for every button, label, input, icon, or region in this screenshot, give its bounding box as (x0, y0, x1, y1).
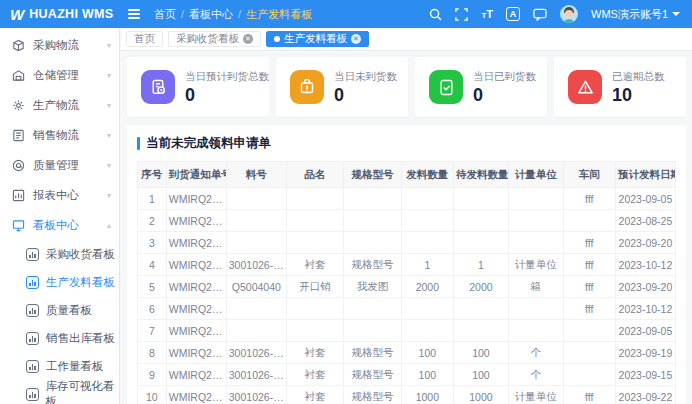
sidebar-item-inventory-visual-board[interactable]: 库存可视化看板 (0, 380, 119, 404)
board-icon (26, 304, 39, 317)
section-title: 当前未完成领料申请单 (137, 135, 676, 152)
table-cell: 衬套 (286, 386, 343, 404)
sidebar-item-sales-outbound-board[interactable]: 销售出库看板 (0, 324, 119, 352)
stat-label: 当日未到货数 (334, 70, 397, 84)
sidebar-item-label: 采购物流 (33, 38, 79, 53)
table-cell: 3 (138, 232, 167, 254)
table-cell: 2023-10-12 (615, 298, 675, 320)
stat-label: 当日预计到货总数 (185, 70, 269, 84)
table-cell (226, 188, 286, 210)
table-cell (563, 364, 615, 386)
breadcrumb-home[interactable]: 首页 (154, 7, 176, 22)
table-header-cell: 发料数量 (401, 162, 453, 188)
board-icon (26, 248, 39, 261)
table-cell (286, 298, 343, 320)
sidebar-item-production-logistics[interactable]: 生产物流 ▾ (0, 90, 119, 120)
sidebar-item-report-center[interactable]: 报表中心 ▾ (0, 180, 119, 210)
table-cell: fff (563, 188, 615, 210)
message-icon[interactable] (533, 8, 547, 21)
app-logo: W HUAZHI WMS (0, 0, 120, 28)
sidebar-item-label: 看板中心 (33, 218, 79, 233)
font-size-icon[interactable]: TT (481, 8, 493, 20)
board-icon (26, 332, 39, 345)
table-row: 1WMIRQ2309...fff2023-09-05 (138, 188, 676, 210)
menu-collapse-icon[interactable] (128, 9, 140, 19)
tab-home[interactable]: 首页 (126, 31, 163, 47)
table-cell: 7 (138, 320, 167, 342)
table-cell: 2000 (453, 276, 508, 298)
stat-value: 0 (473, 85, 536, 105)
sidebar-item-purchase-receiving-board[interactable]: 采购收货看板 (0, 240, 119, 268)
table-cell: WMIRQ2310... (166, 298, 226, 320)
warehouse-management-icon (12, 69, 25, 82)
stat-card-overdue: 已逾期总数 10 (554, 57, 686, 117)
sidebar-item-dashboard-center[interactable]: 看板中心 ▴ (0, 210, 119, 240)
table-cell: fff (563, 276, 615, 298)
table-cell: fff (563, 232, 615, 254)
tab-label: 采购收货看板 (176, 32, 239, 46)
user-avatar[interactable] (560, 5, 578, 23)
chevron-down-icon: ▾ (107, 41, 111, 50)
chevron-down-icon (672, 12, 680, 16)
sidebar-item-purchase-logistics[interactable]: 采购物流 ▾ (0, 30, 119, 60)
language-icon[interactable]: A (506, 7, 520, 21)
table-cell: 规格型号 (344, 364, 401, 386)
sidebar-item-quality-board[interactable]: 质量看板 (0, 296, 119, 324)
sidebar-item-workload-board[interactable]: 工作量看板 (0, 352, 119, 380)
table-cell: 5 (138, 276, 167, 298)
table-cell (453, 210, 508, 232)
sidebar-item-label: 生产物流 (33, 98, 79, 113)
table-header-cell: 序号 (138, 162, 167, 188)
sidebar-subitem-label: 工作量看板 (46, 359, 104, 374)
table-header-row: 序号到货通知单号料号品名规格型号发料数量待发料数量计量单位车间预计发料日期 (138, 162, 676, 188)
table-cell: 开口销 (286, 276, 343, 298)
logo-icon: W (10, 6, 23, 23)
table-cell: WMIRQ2309... (166, 188, 226, 210)
table-cell: 3001026-Q3... (226, 342, 286, 364)
table-cell (453, 320, 508, 342)
fullscreen-icon[interactable] (455, 8, 468, 21)
breadcrumb-board-center[interactable]: 看板中心 (189, 7, 233, 22)
chevron-down-icon: ▾ (107, 71, 111, 80)
table-cell: 2 (138, 210, 167, 232)
active-dot-icon (274, 36, 280, 42)
dashboard-center-icon (12, 219, 25, 232)
table-cell: 2023-09-20 (615, 276, 675, 298)
sidebar-item-quality-management[interactable]: 质量管理 ▾ (0, 150, 119, 180)
table-cell: 箱 (508, 276, 563, 298)
table-cell: 计量单位 (508, 254, 563, 276)
table-cell: 3001026-Q3... (226, 254, 286, 276)
table-header-cell: 到货通知单号 (166, 162, 226, 188)
table-row: 9WMIRQ2309...3001026-Q3...衬套规格型号100100个2… (138, 364, 676, 386)
sidebar-item-warehouse-management[interactable]: 仓储管理 ▾ (0, 60, 119, 90)
sidebar-subitem-label: 采购收货看板 (46, 247, 115, 262)
close-icon[interactable]: ✕ (351, 34, 361, 44)
table-cell: 规格型号 (344, 386, 401, 404)
tab-production-issue-board[interactable]: 生产发料看板 ✕ (266, 31, 369, 47)
table-cell (563, 320, 615, 342)
table-cell: 2023-09-15 (615, 364, 675, 386)
search-icon[interactable] (429, 8, 442, 21)
table-cell (286, 232, 343, 254)
account-menu[interactable]: WMS演示账号1 (591, 7, 680, 22)
table-cell (508, 298, 563, 320)
table-cell: 3001026-Q3... (226, 386, 286, 404)
table-cell (453, 188, 508, 210)
production-logistics-icon (12, 99, 25, 112)
sidebar-subitem-label: 销售出库看板 (46, 331, 115, 346)
table-cell (344, 232, 401, 254)
table-cell: 100 (453, 342, 508, 364)
table-row: 3WMIRQ2309...fff2023-09-20 (138, 232, 676, 254)
table-header-cell: 计量单位 (508, 162, 563, 188)
stat-label: 已逾期总数 (612, 70, 665, 84)
table-cell: 3001026-Q3... (226, 364, 286, 386)
table-cell (401, 320, 453, 342)
stat-value: 10 (612, 85, 665, 105)
section-title-text: 当前未完成领料申请单 (146, 135, 271, 152)
close-icon[interactable]: ✕ (243, 34, 253, 44)
tab-purchase-receiving-board[interactable]: 采购收货看板 ✕ (168, 31, 261, 47)
table-cell: fff (563, 254, 615, 276)
table-cell: 个 (508, 364, 563, 386)
sidebar-item-production-issue-board[interactable]: 生产发料看板 (0, 268, 119, 296)
sidebar-item-sales-logistics[interactable]: 销售物流 ▾ (0, 120, 119, 150)
